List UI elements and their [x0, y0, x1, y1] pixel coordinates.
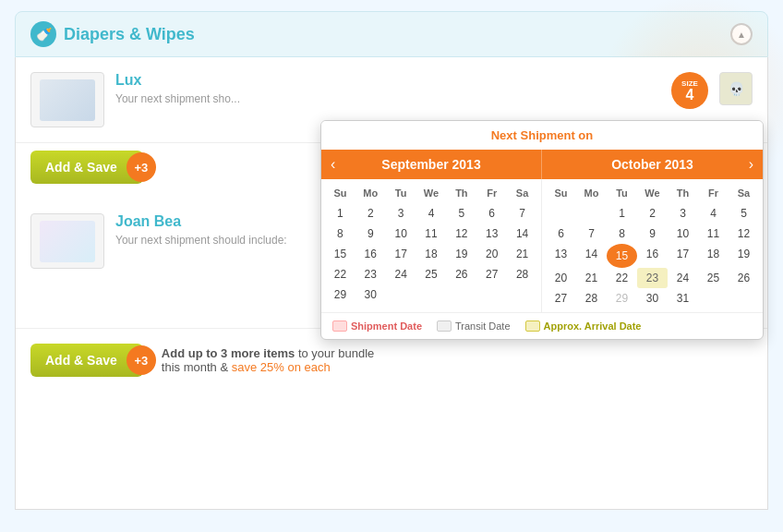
oct-day-19[interactable]: 19 [729, 244, 759, 268]
oct-day-16[interactable]: 16 [637, 244, 668, 268]
legend-shipment: Shipment Date [332, 320, 422, 332]
sep-day-19[interactable]: 19 [446, 244, 476, 264]
oct-day-18[interactable]: 18 [698, 244, 729, 268]
sep-day-26[interactable]: 26 [446, 264, 476, 284]
oct-day-10[interactable]: 10 [668, 224, 698, 244]
legend-transit-box [437, 320, 452, 332]
oct-day-20[interactable]: 20 [546, 268, 576, 288]
oct-day-9[interactable]: 9 [637, 224, 668, 244]
product-image-lux [30, 72, 104, 127]
oct-day-headers: Su Mo Tu We Th Fr Sa [546, 183, 759, 203]
sep-day-1[interactable]: 1 [325, 203, 355, 224]
section-title: Diapers & Wipes [64, 25, 195, 44]
size-badge-lux: SIZE 4 [671, 72, 708, 109]
oct-day-5[interactable]: 5 [729, 203, 759, 224]
product-image-joan [30, 213, 104, 269]
sep-day-16[interactable]: 16 [355, 244, 386, 264]
september-calendar: Su Mo Tu We Th Fr Sa 1 2 3 4 5 [321, 179, 542, 312]
oct-day-4[interactable]: 4 [698, 203, 729, 224]
product-name-joan: Joan Bea [115, 213, 323, 230]
legend-arrival-box [525, 320, 540, 332]
oct-day-30[interactable]: 30 [637, 288, 668, 308]
oct-day-21[interactable]: 21 [576, 268, 607, 288]
oct-empty-2 [576, 203, 607, 224]
oct-day-22[interactable]: 22 [607, 268, 637, 288]
bottom-text: Add up to 3 more items to your bundle th… [162, 346, 375, 374]
oct-day-6[interactable]: 6 [546, 224, 576, 244]
oct-day-29[interactable]: 29 [607, 288, 637, 308]
oct-day-12[interactable]: 12 [729, 224, 759, 244]
oct-day-2[interactable]: 2 [637, 203, 668, 224]
add-save-button-1[interactable]: Add & Save +3 [30, 151, 143, 184]
sep-day-29[interactable]: 29 [325, 284, 355, 305]
sep-day-18[interactable]: 18 [416, 244, 447, 264]
sep-day-2[interactable]: 2 [355, 203, 386, 224]
oct-day-13[interactable]: 13 [546, 244, 576, 268]
legend-transit-label: Transit Date [455, 320, 511, 332]
sep-day-23[interactable]: 23 [355, 264, 386, 284]
swatch-skull[interactable]: 💀 [719, 72, 753, 105]
sep-day-5[interactable]: 5 [446, 203, 476, 224]
sep-day-30[interactable]: 30 [355, 284, 386, 305]
product-info-joan: Joan Bea Your next shipment should inclu… [115, 213, 323, 247]
product-info-lux: Lux Your next shipment sho... [115, 72, 660, 105]
oct-day-1[interactable]: 1 [607, 203, 637, 224]
pattern-swatches-lux: 💀 [719, 72, 753, 105]
next-shipment-header: Next Shipment on [321, 121, 763, 150]
sep-day-15[interactable]: 15 [325, 244, 355, 264]
sep-day-8[interactable]: 8 [325, 224, 355, 244]
calendar-legend: Shipment Date Transit Date Approx. Arriv… [321, 312, 763, 339]
sep-day-12[interactable]: 12 [446, 224, 476, 244]
oct-day-15[interactable]: 15 [607, 244, 637, 268]
sep-day-6[interactable]: 6 [476, 203, 507, 224]
sep-days: 1 2 3 4 5 6 7 8 9 10 11 12 13 14 [325, 203, 537, 305]
add-save-button-2[interactable]: Add & Save +3 [30, 344, 143, 377]
content-area: Lux Your next shipment sho... SIZE 4 💀 A… [15, 57, 768, 510]
sep-day-17[interactable]: 17 [386, 244, 416, 264]
sep-day-7[interactable]: 7 [507, 203, 537, 224]
oct-day-25[interactable]: 25 [698, 268, 729, 288]
next-month-button[interactable]: › [743, 156, 759, 173]
oct-day-26[interactable]: 26 [729, 268, 759, 288]
sep-day-27[interactable]: 27 [476, 264, 507, 284]
oct-day-7[interactable]: 7 [576, 224, 607, 244]
oct-day-24[interactable]: 24 [668, 268, 698, 288]
section-icon: 🍼 [30, 21, 56, 47]
sep-day-10[interactable]: 10 [386, 224, 416, 244]
prev-month-button[interactable]: ‹ [325, 156, 341, 173]
sep-day-4[interactable]: 4 [416, 203, 447, 224]
sep-day-28[interactable]: 28 [507, 264, 537, 284]
sep-day-13[interactable]: 13 [476, 224, 507, 244]
oct-empty-1 [546, 203, 576, 224]
product-desc-lux: Your next shipment sho... [115, 92, 660, 105]
legend-arrival-label: Approx. Arrival Date [544, 320, 642, 332]
oct-day-31[interactable]: 31 [668, 288, 698, 308]
sep-day-24[interactable]: 24 [386, 264, 416, 284]
legend-shipment-box [332, 320, 347, 332]
calendar-popup: Next Shipment on ‹ September 2013 Octobe… [320, 120, 764, 340]
sep-day-20[interactable]: 20 [476, 244, 507, 264]
october-calendar: Su Mo Tu We Th Fr Sa 1 2 3 [542, 179, 763, 312]
sep-day-21[interactable]: 21 [507, 244, 537, 264]
sep-day-25[interactable]: 25 [416, 264, 447, 284]
product-name-lux: Lux [115, 72, 660, 89]
oct-day-27[interactable]: 27 [546, 288, 576, 308]
oct-day-17[interactable]: 17 [668, 244, 698, 268]
sep-day-3[interactable]: 3 [386, 203, 416, 224]
oct-days: 1 2 3 4 5 6 7 8 9 10 11 12 13 14 [546, 203, 759, 308]
oct-day-28[interactable]: 28 [576, 288, 607, 308]
oct-day-3[interactable]: 3 [668, 203, 698, 224]
sep-day-9[interactable]: 9 [355, 224, 386, 244]
sep-day-14[interactable]: 14 [507, 224, 537, 244]
oct-day-23[interactable]: 23 [637, 268, 668, 288]
sep-month-header: ‹ September 2013 [321, 150, 542, 179]
product-desc-joan: Your next shipment should include: [115, 234, 323, 247]
sep-day-11[interactable]: 11 [416, 224, 447, 244]
oct-day-8[interactable]: 8 [607, 224, 637, 244]
sep-day-headers: Su Mo Tu We Th Fr Sa [325, 183, 537, 203]
oct-day-14[interactable]: 14 [576, 244, 607, 268]
calendar-grid: Su Mo Tu We Th Fr Sa 1 2 3 4 5 [321, 179, 763, 312]
legend-transit: Transit Date [437, 320, 511, 332]
oct-day-11[interactable]: 11 [698, 224, 729, 244]
sep-day-22[interactable]: 22 [325, 264, 355, 284]
